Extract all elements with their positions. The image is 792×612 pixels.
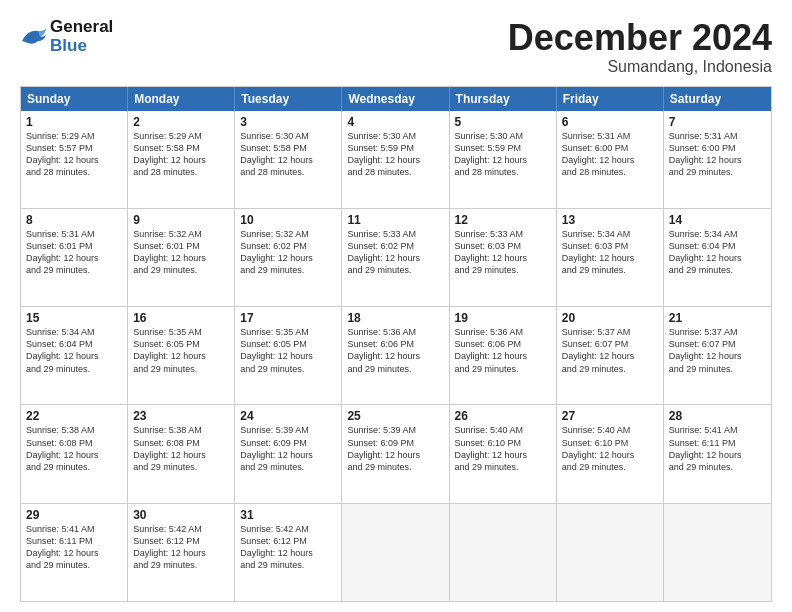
day-number: 6 — [562, 115, 658, 129]
day-number: 3 — [240, 115, 336, 129]
day-number: 4 — [347, 115, 443, 129]
calendar-week-row: 22Sunrise: 5:38 AM Sunset: 6:08 PM Dayli… — [21, 405, 771, 503]
calendar-week-row: 1Sunrise: 5:29 AM Sunset: 5:57 PM Daylig… — [21, 111, 771, 209]
day-info: Sunrise: 5:41 AM Sunset: 6:11 PM Dayligh… — [26, 523, 122, 572]
day-info: Sunrise: 5:34 AM Sunset: 6:04 PM Dayligh… — [669, 228, 766, 277]
day-number: 16 — [133, 311, 229, 325]
calendar-cell: 26Sunrise: 5:40 AM Sunset: 6:10 PM Dayli… — [450, 405, 557, 502]
calendar-subtitle: Sumandang, Indonesia — [508, 58, 772, 76]
day-info: Sunrise: 5:29 AM Sunset: 5:58 PM Dayligh… — [133, 130, 229, 179]
calendar-cell — [450, 504, 557, 601]
day-number: 21 — [669, 311, 766, 325]
day-number: 15 — [26, 311, 122, 325]
calendar-cell: 30Sunrise: 5:42 AM Sunset: 6:12 PM Dayli… — [128, 504, 235, 601]
day-info: Sunrise: 5:30 AM Sunset: 5:59 PM Dayligh… — [455, 130, 551, 179]
calendar-week-row: 8Sunrise: 5:31 AM Sunset: 6:01 PM Daylig… — [21, 209, 771, 307]
calendar-header-cell: Tuesday — [235, 87, 342, 111]
calendar-cell: 5Sunrise: 5:30 AM Sunset: 5:59 PM Daylig… — [450, 111, 557, 208]
logo-blue: Blue — [50, 37, 113, 56]
calendar-cell: 12Sunrise: 5:33 AM Sunset: 6:03 PM Dayli… — [450, 209, 557, 306]
day-number: 31 — [240, 508, 336, 522]
calendar-cell — [664, 504, 771, 601]
calendar-cell: 15Sunrise: 5:34 AM Sunset: 6:04 PM Dayli… — [21, 307, 128, 404]
calendar-cell: 14Sunrise: 5:34 AM Sunset: 6:04 PM Dayli… — [664, 209, 771, 306]
day-info: Sunrise: 5:32 AM Sunset: 6:01 PM Dayligh… — [133, 228, 229, 277]
calendar-cell: 20Sunrise: 5:37 AM Sunset: 6:07 PM Dayli… — [557, 307, 664, 404]
day-info: Sunrise: 5:35 AM Sunset: 6:05 PM Dayligh… — [133, 326, 229, 375]
calendar-header-cell: Thursday — [450, 87, 557, 111]
day-info: Sunrise: 5:31 AM Sunset: 6:00 PM Dayligh… — [562, 130, 658, 179]
day-number: 18 — [347, 311, 443, 325]
calendar-week-row: 29Sunrise: 5:41 AM Sunset: 6:11 PM Dayli… — [21, 504, 771, 601]
day-info: Sunrise: 5:38 AM Sunset: 6:08 PM Dayligh… — [133, 424, 229, 473]
calendar-cell: 7Sunrise: 5:31 AM Sunset: 6:00 PM Daylig… — [664, 111, 771, 208]
day-info: Sunrise: 5:40 AM Sunset: 6:10 PM Dayligh… — [562, 424, 658, 473]
day-number: 17 — [240, 311, 336, 325]
day-number: 11 — [347, 213, 443, 227]
day-number: 19 — [455, 311, 551, 325]
day-number: 26 — [455, 409, 551, 423]
day-info: Sunrise: 5:35 AM Sunset: 6:05 PM Dayligh… — [240, 326, 336, 375]
day-info: Sunrise: 5:37 AM Sunset: 6:07 PM Dayligh… — [562, 326, 658, 375]
day-number: 2 — [133, 115, 229, 129]
calendar-cell: 6Sunrise: 5:31 AM Sunset: 6:00 PM Daylig… — [557, 111, 664, 208]
page: General Blue December 2024 Sumandang, In… — [0, 0, 792, 612]
calendar-cell: 3Sunrise: 5:30 AM Sunset: 5:58 PM Daylig… — [235, 111, 342, 208]
calendar-header-cell: Monday — [128, 87, 235, 111]
day-number: 7 — [669, 115, 766, 129]
calendar-cell: 1Sunrise: 5:29 AM Sunset: 5:57 PM Daylig… — [21, 111, 128, 208]
day-info: Sunrise: 5:31 AM Sunset: 6:01 PM Dayligh… — [26, 228, 122, 277]
calendar-cell: 17Sunrise: 5:35 AM Sunset: 6:05 PM Dayli… — [235, 307, 342, 404]
day-info: Sunrise: 5:39 AM Sunset: 6:09 PM Dayligh… — [347, 424, 443, 473]
day-info: Sunrise: 5:33 AM Sunset: 6:02 PM Dayligh… — [347, 228, 443, 277]
calendar-cell: 21Sunrise: 5:37 AM Sunset: 6:07 PM Dayli… — [664, 307, 771, 404]
day-number: 30 — [133, 508, 229, 522]
calendar-cell: 10Sunrise: 5:32 AM Sunset: 6:02 PM Dayli… — [235, 209, 342, 306]
calendar-cell: 27Sunrise: 5:40 AM Sunset: 6:10 PM Dayli… — [557, 405, 664, 502]
day-info: Sunrise: 5:31 AM Sunset: 6:00 PM Dayligh… — [669, 130, 766, 179]
day-number: 23 — [133, 409, 229, 423]
day-number: 9 — [133, 213, 229, 227]
day-info: Sunrise: 5:36 AM Sunset: 6:06 PM Dayligh… — [455, 326, 551, 375]
calendar-header-row: SundayMondayTuesdayWednesdayThursdayFrid… — [21, 87, 771, 111]
calendar-cell: 16Sunrise: 5:35 AM Sunset: 6:05 PM Dayli… — [128, 307, 235, 404]
calendar-cell: 18Sunrise: 5:36 AM Sunset: 6:06 PM Dayli… — [342, 307, 449, 404]
calendar-week-row: 15Sunrise: 5:34 AM Sunset: 6:04 PM Dayli… — [21, 307, 771, 405]
day-info: Sunrise: 5:42 AM Sunset: 6:12 PM Dayligh… — [133, 523, 229, 572]
day-info: Sunrise: 5:32 AM Sunset: 6:02 PM Dayligh… — [240, 228, 336, 277]
day-number: 10 — [240, 213, 336, 227]
calendar-cell: 29Sunrise: 5:41 AM Sunset: 6:11 PM Dayli… — [21, 504, 128, 601]
day-number: 14 — [669, 213, 766, 227]
title-area: December 2024 Sumandang, Indonesia — [508, 18, 772, 76]
calendar-cell: 25Sunrise: 5:39 AM Sunset: 6:09 PM Dayli… — [342, 405, 449, 502]
day-number: 12 — [455, 213, 551, 227]
calendar-header-cell: Friday — [557, 87, 664, 111]
day-info: Sunrise: 5:40 AM Sunset: 6:10 PM Dayligh… — [455, 424, 551, 473]
logo-name: General Blue — [50, 18, 113, 55]
calendar-cell: 24Sunrise: 5:39 AM Sunset: 6:09 PM Dayli… — [235, 405, 342, 502]
day-number: 5 — [455, 115, 551, 129]
calendar-cell: 28Sunrise: 5:41 AM Sunset: 6:11 PM Dayli… — [664, 405, 771, 502]
day-info: Sunrise: 5:39 AM Sunset: 6:09 PM Dayligh… — [240, 424, 336, 473]
day-info: Sunrise: 5:36 AM Sunset: 6:06 PM Dayligh… — [347, 326, 443, 375]
day-number: 22 — [26, 409, 122, 423]
header: General Blue December 2024 Sumandang, In… — [20, 18, 772, 76]
day-info: Sunrise: 5:30 AM Sunset: 5:58 PM Dayligh… — [240, 130, 336, 179]
calendar-cell: 31Sunrise: 5:42 AM Sunset: 6:12 PM Dayli… — [235, 504, 342, 601]
calendar-cell: 11Sunrise: 5:33 AM Sunset: 6:02 PM Dayli… — [342, 209, 449, 306]
day-number: 25 — [347, 409, 443, 423]
calendar-header-cell: Sunday — [21, 87, 128, 111]
calendar-cell: 13Sunrise: 5:34 AM Sunset: 6:03 PM Dayli… — [557, 209, 664, 306]
logo: General Blue — [20, 18, 113, 55]
logo-general: General — [50, 18, 113, 37]
day-number: 24 — [240, 409, 336, 423]
day-number: 8 — [26, 213, 122, 227]
calendar: SundayMondayTuesdayWednesdayThursdayFrid… — [20, 86, 772, 602]
calendar-cell: 4Sunrise: 5:30 AM Sunset: 5:59 PM Daylig… — [342, 111, 449, 208]
calendar-header-cell: Saturday — [664, 87, 771, 111]
calendar-cell: 8Sunrise: 5:31 AM Sunset: 6:01 PM Daylig… — [21, 209, 128, 306]
day-info: Sunrise: 5:30 AM Sunset: 5:59 PM Dayligh… — [347, 130, 443, 179]
day-info: Sunrise: 5:34 AM Sunset: 6:03 PM Dayligh… — [562, 228, 658, 277]
day-number: 29 — [26, 508, 122, 522]
calendar-cell: 19Sunrise: 5:36 AM Sunset: 6:06 PM Dayli… — [450, 307, 557, 404]
